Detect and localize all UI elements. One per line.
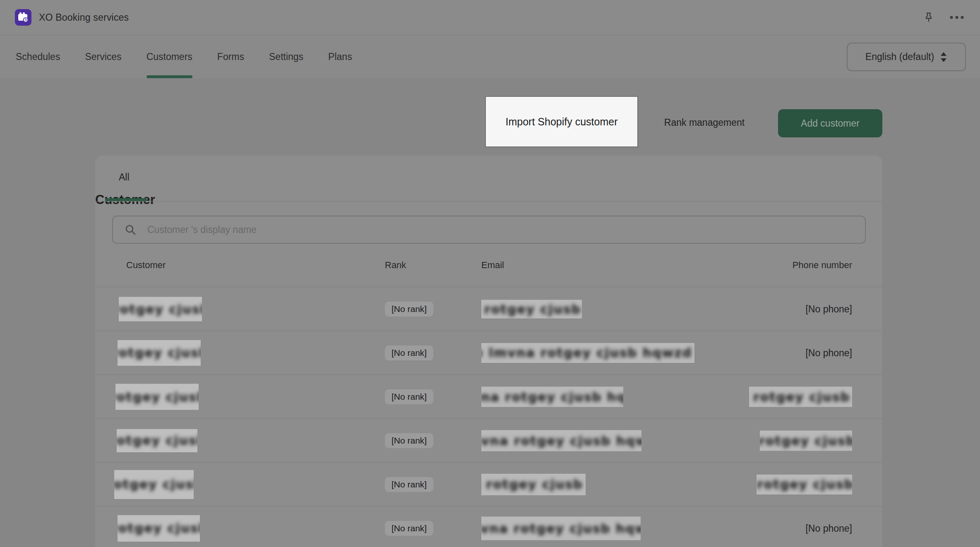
redaction-blur: wq pshdke lmvna rotgey cjusb hqwzd kmepl…: [114, 477, 194, 492]
rank-badge: [No rank]: [385, 521, 433, 536]
tab-schedules-label: Schedules: [16, 51, 60, 62]
redacted-customer-name: wq pshdke lmvna rotgey cjusb hqwzd kmepl…: [115, 384, 199, 410]
table-row[interactable]: wq pshdke lmvna rotgey cjusb hqwzd kmepl…: [95, 374, 882, 418]
tab-customers[interactable]: Customers: [147, 35, 192, 79]
redacted-phone: wq pshdke lmvna rotgey cjusb hqwzd kmepl…: [749, 386, 852, 407]
redaction-blur: wq pshdke lmvna rotgey cjusb hqwzd kmepl…: [481, 345, 694, 360]
redaction-blur: wq pshdke lmvna rotgey cjusb hqwzd kmepl…: [757, 477, 852, 492]
redaction-blur: wq pshdke lmvna rotgey cjusb hqwzd kmepl…: [118, 521, 200, 535]
redaction-blur: wq pshdke lmvna rotgey cjusb hqwzd kmepl…: [481, 521, 641, 535]
app-logo-calendar-icon: [15, 9, 31, 26]
tab-customers-label: Customers: [147, 51, 192, 62]
redaction-blur: wq pshdke lmvna rotgey cjusb hqwzd kmepl…: [481, 302, 582, 316]
overflow-menu-icon[interactable]: [949, 9, 965, 26]
rank-badge: [No rank]: [385, 477, 433, 492]
table-row[interactable]: wq pshdke lmvna rotgey cjusb hqwzd kmepl…: [95, 287, 882, 331]
card-tabs-row: All: [95, 156, 882, 202]
rank-badge: [No rank]: [385, 433, 433, 448]
import-shopify-customer-button[interactable]: Import Shopify customer: [485, 96, 638, 147]
main-nav: Schedules Services Customers Forms Setti…: [0, 35, 980, 79]
redaction-blur: wq pshdke lmvna rotgey cjusb hqwzd kmepl…: [115, 389, 199, 404]
redaction-blur: wq pshdke lmvna rotgey cjusb hqwzd kmepl…: [119, 302, 202, 316]
redaction-blur: wq pshdke lmvna rotgey cjusb hqwzd kmepl…: [749, 389, 852, 404]
pin-icon[interactable]: [920, 9, 937, 26]
col-header-phone: Phone number: [793, 260, 852, 271]
search-icon: [125, 224, 136, 235]
redacted-phone: wq pshdke lmvna rotgey cjusb hqwzd kmepl…: [757, 475, 852, 494]
rank-badge: [No rank]: [385, 302, 433, 317]
redacted-customer-name: wq pshdke lmvna rotgey cjusb hqwzd kmepl…: [117, 429, 197, 452]
redacted-customer-name: wq pshdke lmvna rotgey cjusb hqwzd kmepl…: [114, 470, 194, 499]
tab-forms[interactable]: Forms: [217, 35, 244, 79]
app-title: XO Booking services: [39, 12, 129, 23]
search-input[interactable]: [112, 216, 866, 244]
add-customer-button[interactable]: Add customer: [778, 109, 882, 137]
table-row[interactable]: wq pshdke lmvna rotgey cjusb hqwzd kmepl…: [95, 418, 882, 462]
table-row[interactable]: wq pshdke lmvna rotgey cjusb hqwzd kmepl…: [95, 331, 882, 374]
phone-cell: [No phone]: [805, 303, 852, 314]
rank-management-button[interactable]: Rank management: [653, 115, 756, 130]
tab-settings-label: Settings: [269, 51, 303, 62]
search-row: [95, 202, 882, 244]
phone-cell: [No phone]: [805, 523, 852, 534]
redacted-email: wq pshdke lmvna rotgey cjusb hqwzd kmepl…: [481, 474, 586, 495]
redacted-phone: wq pshdke lmvna rotgey cjusb hqwzd kmepl…: [760, 430, 852, 451]
redacted-email: wq pshdke lmvna rotgey cjusb hqwzd kmepl…: [481, 430, 641, 451]
tab-services[interactable]: Services: [85, 35, 121, 79]
redacted-email: wq pshdke lmvna rotgey cjusb hqwzd kmepl…: [481, 386, 623, 407]
redaction-blur: wq pshdke lmvna rotgey cjusb hqwzd kmepl…: [481, 389, 623, 404]
redacted-customer-name: wq pshdke lmvna rotgey cjusb hqwzd kmepl…: [118, 515, 200, 542]
table-row[interactable]: wq pshdke lmvna rotgey cjusb hqwzd kmepl…: [95, 462, 882, 506]
col-header-customer: Customer: [126, 260, 166, 271]
redaction-blur: wq pshdke lmvna rotgey cjusb hqwzd kmepl…: [481, 477, 586, 492]
table-header: Customer Rank Email Phone number: [95, 244, 882, 287]
col-header-email: Email: [481, 260, 504, 271]
tab-forms-label: Forms: [217, 51, 244, 62]
table-row[interactable]: wq pshdke lmvna rotgey cjusb hqwzd kmepl…: [95, 506, 882, 547]
page-header: Customer Import Shopify customer Rank ma…: [0, 79, 980, 156]
customer-card: All Customer Rank Email Phone number wq …: [95, 156, 882, 547]
col-header-rank: Rank: [385, 260, 406, 271]
tab-services-label: Services: [85, 51, 121, 62]
redacted-email: wq pshdke lmvna rotgey cjusb hqwzd kmepl…: [481, 343, 694, 363]
language-selector-value: English (default): [865, 51, 934, 62]
redacted-email: wq pshdke lmvna rotgey cjusb hqwzd kmepl…: [481, 516, 641, 540]
tab-all-active-indicator: [105, 198, 147, 201]
tab-plans-label: Plans: [328, 51, 352, 62]
select-arrows-icon: [940, 52, 947, 62]
phone-cell: [No phone]: [805, 347, 852, 358]
tab-schedules[interactable]: Schedules: [16, 35, 60, 79]
rank-badge: [No rank]: [385, 345, 433, 360]
redaction-blur: wq pshdke lmvna rotgey cjusb hqwzd kmepl…: [760, 433, 852, 448]
redaction-blur: wq pshdke lmvna rotgey cjusb hqwzd kmepl…: [481, 433, 641, 448]
language-selector[interactable]: English (default): [847, 43, 966, 71]
redaction-blur: wq pshdke lmvna rotgey cjusb hqwzd kmepl…: [118, 345, 201, 360]
redacted-customer-name: wq pshdke lmvna rotgey cjusb hqwzd kmepl…: [119, 297, 202, 321]
redaction-blur: wq pshdke lmvna rotgey cjusb hqwzd kmepl…: [117, 433, 197, 448]
rank-badge: [No rank]: [385, 389, 433, 404]
tab-settings[interactable]: Settings: [269, 35, 303, 79]
redacted-email: wq pshdke lmvna rotgey cjusb hqwzd kmepl…: [481, 300, 582, 318]
topbar: XO Booking services: [0, 0, 980, 35]
active-tab-indicator: [147, 75, 192, 78]
tab-all[interactable]: All: [119, 170, 130, 184]
tab-plans[interactable]: Plans: [328, 35, 352, 79]
redacted-customer-name: wq pshdke lmvna rotgey cjusb hqwzd kmepl…: [118, 340, 201, 366]
